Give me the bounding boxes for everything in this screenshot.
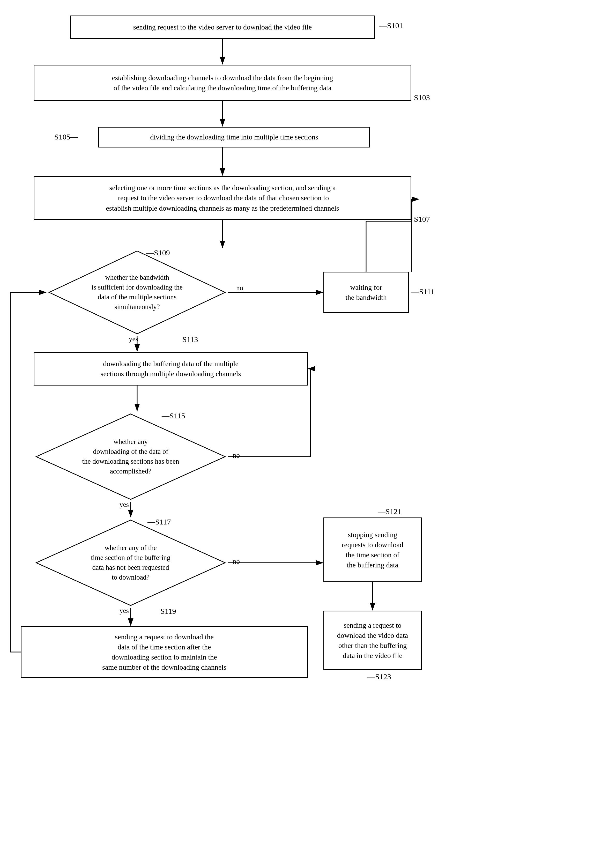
arrow-no-s109: no: [236, 284, 243, 292]
label-s115: ―S115: [162, 412, 185, 420]
box-s107: selecting one or more time sections as t…: [34, 176, 411, 220]
label-s121: ―S121: [378, 507, 402, 516]
box-s111: waiting forthe bandwidth: [324, 272, 409, 313]
diamond-s115: whether anydownloading of the data ofthe…: [34, 412, 228, 502]
label-s103: S103: [414, 93, 430, 102]
box-s103: establishing downloading channels to dow…: [34, 65, 411, 101]
label-s109: ―S109: [146, 248, 170, 257]
label-s111: ―S111: [411, 287, 434, 296]
box-s105: dividing the downloading time into multi…: [98, 127, 370, 148]
arrow-yes-s117: yes: [119, 607, 129, 615]
arrow-yes-s115: yes: [119, 501, 129, 509]
box-s101: sending request to the video server to d…: [70, 16, 375, 39]
flowchart-diagram: sending request to the video server to d…: [0, 0, 616, 866]
arrow-no-s115: no: [233, 451, 240, 459]
box-s113: downloading the buffering data of the mu…: [34, 352, 308, 385]
box-s123: sending a request todownload the video d…: [324, 611, 422, 670]
label-s101: —S101: [379, 21, 403, 30]
label-s117: ―S117: [148, 517, 171, 526]
label-s107: S107: [414, 215, 430, 223]
label-s123: ―S123: [368, 672, 391, 681]
box-s121: stopping sendingrequests to downloadthe …: [324, 517, 422, 582]
box-s119: sending a request to download thedata of…: [21, 626, 308, 678]
diamond-s117: whether any of thetime section of the bu…: [34, 517, 228, 608]
label-s119-ref: S119: [160, 607, 176, 616]
arrow-yes-s109: yes: [129, 335, 138, 343]
diamond-s109: whether the bandwidthis sufficient for d…: [47, 248, 228, 336]
label-s113-ref: S113: [182, 335, 198, 344]
arrow-no-s117: no: [233, 558, 240, 566]
label-s105: S105―: [54, 132, 78, 141]
